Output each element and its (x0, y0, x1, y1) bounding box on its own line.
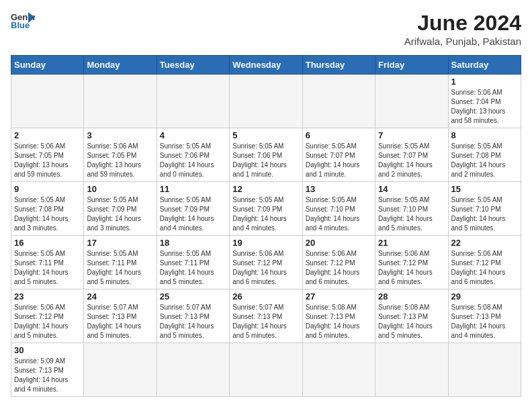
day-number: 15 (451, 184, 518, 194)
day-info: Sunrise: 5:05 AM Sunset: 7:09 PM Dayligh… (232, 195, 299, 233)
day-info: Sunrise: 5:08 AM Sunset: 7:13 PM Dayligh… (306, 303, 372, 340)
day-number: 1 (451, 77, 518, 87)
day-info: Sunrise: 5:06 AM Sunset: 7:12 PM Dayligh… (306, 249, 372, 287)
day-info: Sunrise: 5:07 AM Sunset: 7:13 PM Dayligh… (232, 303, 299, 340)
calendar-table: Sunday Monday Tuesday Wednesday Thursday… (11, 55, 521, 397)
day-number: 3 (87, 130, 153, 140)
day-number: 29 (451, 291, 518, 302)
table-row: 9Sunrise: 5:05 AM Sunset: 7:08 PM Daylig… (11, 182, 84, 236)
table-row (448, 343, 521, 397)
calendar-week-row: 2Sunrise: 5:06 AM Sunset: 7:05 PM Daylig… (11, 128, 521, 182)
table-row: 29Sunrise: 5:08 AM Sunset: 7:13 PM Dayli… (448, 289, 521, 343)
day-info: Sunrise: 5:05 AM Sunset: 7:06 PM Dayligh… (160, 142, 226, 179)
table-row (84, 343, 157, 397)
table-row (375, 75, 448, 128)
table-row: 25Sunrise: 5:07 AM Sunset: 7:13 PM Dayli… (157, 289, 229, 343)
day-info: Sunrise: 5:05 AM Sunset: 7:11 PM Dayligh… (160, 249, 226, 287)
day-number: 9 (14, 184, 81, 194)
calendar-week-row: 9Sunrise: 5:05 AM Sunset: 7:08 PM Daylig… (11, 182, 521, 236)
day-info: Sunrise: 5:05 AM Sunset: 7:06 PM Dayligh… (232, 142, 299, 179)
day-info: Sunrise: 5:06 AM Sunset: 7:12 PM Dayligh… (451, 249, 518, 287)
day-number: 26 (232, 291, 299, 302)
day-number: 24 (87, 291, 153, 302)
table-row (157, 75, 229, 128)
table-row (230, 343, 302, 397)
day-number: 25 (160, 291, 226, 302)
table-row: 11Sunrise: 5:05 AM Sunset: 7:09 PM Dayli… (157, 182, 229, 236)
day-number: 2 (14, 130, 81, 140)
day-number: 10 (87, 184, 153, 194)
day-number: 19 (232, 238, 299, 248)
day-info: Sunrise: 5:05 AM Sunset: 7:09 PM Dayligh… (160, 195, 226, 233)
table-row: 7Sunrise: 5:05 AM Sunset: 7:07 PM Daylig… (375, 128, 448, 182)
table-row: 10Sunrise: 5:05 AM Sunset: 7:09 PM Dayli… (84, 182, 157, 236)
day-info: Sunrise: 5:05 AM Sunset: 7:11 PM Dayligh… (87, 249, 153, 287)
calendar-week-row: 1Sunrise: 5:06 AM Sunset: 7:04 PM Daylig… (11, 75, 521, 128)
table-row: 20Sunrise: 5:06 AM Sunset: 7:12 PM Dayli… (302, 236, 375, 289)
day-info: Sunrise: 5:06 AM Sunset: 7:05 PM Dayligh… (87, 142, 153, 179)
header-sunday: Sunday (11, 56, 84, 75)
table-row: 2Sunrise: 5:06 AM Sunset: 7:05 PM Daylig… (11, 128, 84, 182)
calendar-week-row: 16Sunrise: 5:05 AM Sunset: 7:11 PM Dayli… (11, 236, 521, 289)
logo-icon: General Blue (11, 11, 35, 30)
table-row: 30Sunrise: 5:09 AM Sunset: 7:13 PM Dayli… (11, 343, 84, 397)
day-number: 12 (232, 184, 299, 194)
calendar-week-row: 23Sunrise: 5:06 AM Sunset: 7:12 PM Dayli… (11, 289, 521, 343)
day-info: Sunrise: 5:06 AM Sunset: 7:05 PM Dayligh… (14, 142, 81, 179)
day-info: Sunrise: 5:05 AM Sunset: 7:09 PM Dayligh… (87, 195, 153, 233)
table-row: 12Sunrise: 5:05 AM Sunset: 7:09 PM Dayli… (230, 182, 302, 236)
table-row: 22Sunrise: 5:06 AM Sunset: 7:12 PM Dayli… (448, 236, 521, 289)
day-info: Sunrise: 5:05 AM Sunset: 7:11 PM Dayligh… (14, 249, 81, 287)
table-row: 13Sunrise: 5:05 AM Sunset: 7:10 PM Dayli… (302, 182, 375, 236)
header-thursday: Thursday (302, 56, 375, 75)
header-tuesday: Tuesday (157, 56, 229, 75)
table-row: 21Sunrise: 5:06 AM Sunset: 7:12 PM Dayli… (375, 236, 448, 289)
table-row: 28Sunrise: 5:08 AM Sunset: 7:13 PM Dayli… (375, 289, 448, 343)
title-block: June 2024 Arifwala, Punjab, Pakistan (404, 11, 521, 47)
header-friday: Friday (375, 56, 448, 75)
day-number: 21 (378, 238, 445, 248)
table-row: 1Sunrise: 5:06 AM Sunset: 7:04 PM Daylig… (448, 75, 521, 128)
month-year: June 2024 (404, 11, 521, 36)
table-row: 24Sunrise: 5:07 AM Sunset: 7:13 PM Dayli… (84, 289, 157, 343)
day-number: 27 (306, 291, 372, 302)
day-info: Sunrise: 5:06 AM Sunset: 7:12 PM Dayligh… (14, 303, 81, 340)
table-row: 19Sunrise: 5:06 AM Sunset: 7:12 PM Dayli… (230, 236, 302, 289)
table-row (157, 343, 229, 397)
day-info: Sunrise: 5:05 AM Sunset: 7:08 PM Dayligh… (14, 195, 81, 233)
day-number: 17 (87, 238, 153, 248)
table-row: 3Sunrise: 5:06 AM Sunset: 7:05 PM Daylig… (84, 128, 157, 182)
day-info: Sunrise: 5:05 AM Sunset: 7:07 PM Dayligh… (306, 142, 372, 179)
header-monday: Monday (84, 56, 157, 75)
day-number: 20 (306, 238, 372, 248)
day-info: Sunrise: 5:05 AM Sunset: 7:08 PM Dayligh… (451, 142, 518, 179)
table-row: 14Sunrise: 5:05 AM Sunset: 7:10 PM Dayli… (375, 182, 448, 236)
table-row: 16Sunrise: 5:05 AM Sunset: 7:11 PM Dayli… (11, 236, 84, 289)
day-number: 14 (378, 184, 445, 194)
svg-text:Blue: Blue (11, 20, 30, 30)
table-row: 5Sunrise: 5:05 AM Sunset: 7:06 PM Daylig… (230, 128, 302, 182)
day-number: 18 (160, 238, 226, 248)
day-number: 6 (306, 130, 372, 140)
day-number: 7 (378, 130, 445, 140)
calendar-week-row: 30Sunrise: 5:09 AM Sunset: 7:13 PM Dayli… (11, 343, 521, 397)
day-info: Sunrise: 5:05 AM Sunset: 7:10 PM Dayligh… (451, 195, 518, 233)
table-row: 6Sunrise: 5:05 AM Sunset: 7:07 PM Daylig… (302, 128, 375, 182)
table-row (11, 75, 84, 128)
day-info: Sunrise: 5:05 AM Sunset: 7:10 PM Dayligh… (378, 195, 445, 233)
day-number: 13 (306, 184, 372, 194)
day-number: 8 (451, 130, 518, 140)
day-info: Sunrise: 5:06 AM Sunset: 7:04 PM Dayligh… (451, 88, 518, 126)
table-row: 18Sunrise: 5:05 AM Sunset: 7:11 PM Dayli… (157, 236, 229, 289)
day-number: 4 (160, 130, 226, 140)
day-info: Sunrise: 5:06 AM Sunset: 7:12 PM Dayligh… (378, 249, 445, 287)
table-row: 26Sunrise: 5:07 AM Sunset: 7:13 PM Dayli… (230, 289, 302, 343)
location: Arifwala, Punjab, Pakistan (404, 36, 521, 47)
day-number: 22 (451, 238, 518, 248)
table-row: 4Sunrise: 5:05 AM Sunset: 7:06 PM Daylig… (157, 128, 229, 182)
day-info: Sunrise: 5:05 AM Sunset: 7:07 PM Dayligh… (378, 142, 445, 179)
day-info: Sunrise: 5:08 AM Sunset: 7:13 PM Dayligh… (451, 303, 518, 340)
day-number: 16 (14, 238, 81, 248)
table-row: 27Sunrise: 5:08 AM Sunset: 7:13 PM Dayli… (302, 289, 375, 343)
day-info: Sunrise: 5:07 AM Sunset: 7:13 PM Dayligh… (160, 303, 226, 340)
